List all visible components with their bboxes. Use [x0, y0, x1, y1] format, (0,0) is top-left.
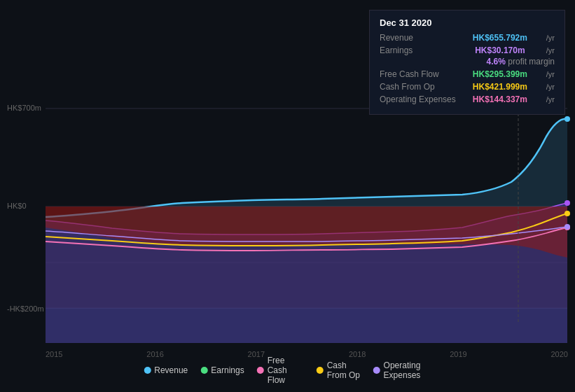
legend-earnings-label: Earnings — [211, 365, 244, 375]
tooltip-cashop-label: Cash From Op — [380, 82, 457, 92]
y-label-0: HK$0 — [7, 202, 27, 210]
tooltip-fcf-row: Free Cash Flow HK$295.399m /yr — [380, 69, 555, 79]
legend-earnings-dot — [200, 367, 207, 374]
tooltip-earnings-unit: /yr — [546, 46, 555, 55]
tooltip-opex-label: Operating Expenses — [380, 94, 457, 104]
legend-revenue-label: Revenue — [154, 365, 188, 375]
chart-legend: Revenue Earnings Free Cash Flow Cash Fro… — [144, 356, 431, 385]
tooltip-opex-value: HK$144.337m — [473, 94, 527, 104]
legend-earnings: Earnings — [200, 365, 244, 375]
tooltip-cashop-value: HK$421.999m — [473, 82, 527, 92]
legend-cashop-dot — [317, 367, 324, 374]
tooltip-fcf-label: Free Cash Flow — [380, 69, 457, 79]
legend-opex-label: Operating Expenses — [384, 360, 431, 380]
legend-opex: Operating Expenses — [373, 360, 431, 380]
tooltip-cashop-row: Cash From Op HK$421.999m /yr — [380, 82, 555, 92]
legend-revenue-dot — [144, 367, 151, 374]
svg-point-8 — [564, 211, 570, 216]
legend-fcf-label: Free Cash Flow — [268, 356, 304, 385]
tooltip-revenue-label: Revenue — [380, 33, 457, 43]
y-label-700: HK$700m — [7, 104, 41, 112]
tooltip-fcf-value: HK$295.399m — [473, 69, 527, 79]
legend-opex-dot — [373, 367, 380, 374]
x-label-2019: 2019 — [450, 350, 466, 358]
x-label-2020: 2020 — [550, 350, 567, 358]
tooltip-profit-margin: 4.6% profit margin — [380, 57, 555, 66]
tooltip-earnings-row: Earnings HK$30.170m /yr — [380, 46, 555, 55]
tooltip-opex-unit: /yr — [546, 95, 555, 104]
svg-point-6 — [564, 116, 570, 122]
tooltip-fcf-unit: /yr — [546, 70, 555, 78]
legend-fcf: Free Cash Flow — [257, 356, 304, 385]
data-tooltip: Dec 31 2020 Revenue HK$655.792m /yr Earn… — [369, 10, 565, 115]
tooltip-earnings-label: Earnings — [380, 46, 457, 55]
legend-cashop-label: Cash From Op — [327, 360, 361, 380]
legend-cashop: Cash From Op — [317, 360, 361, 380]
tooltip-opex-row: Operating Expenses HK$144.337m /yr — [380, 94, 555, 104]
svg-point-7 — [564, 200, 570, 206]
y-label-neg200: -HK$200m — [7, 304, 44, 313]
x-label-2015: 2015 — [46, 350, 62, 358]
tooltip-revenue-value: HK$655.792m — [473, 33, 527, 43]
legend-fcf-dot — [257, 367, 264, 374]
legend-revenue: Revenue — [144, 365, 188, 375]
tooltip-earnings-value: HK$30.170m — [475, 46, 525, 55]
svg-point-10 — [564, 224, 570, 230]
tooltip-cashop-unit: /yr — [546, 83, 555, 91]
tooltip-revenue-unit: /yr — [546, 34, 555, 42]
tooltip-title: Dec 31 2020 — [380, 18, 555, 28]
tooltip-revenue-row: Revenue HK$655.792m /yr — [380, 33, 555, 43]
